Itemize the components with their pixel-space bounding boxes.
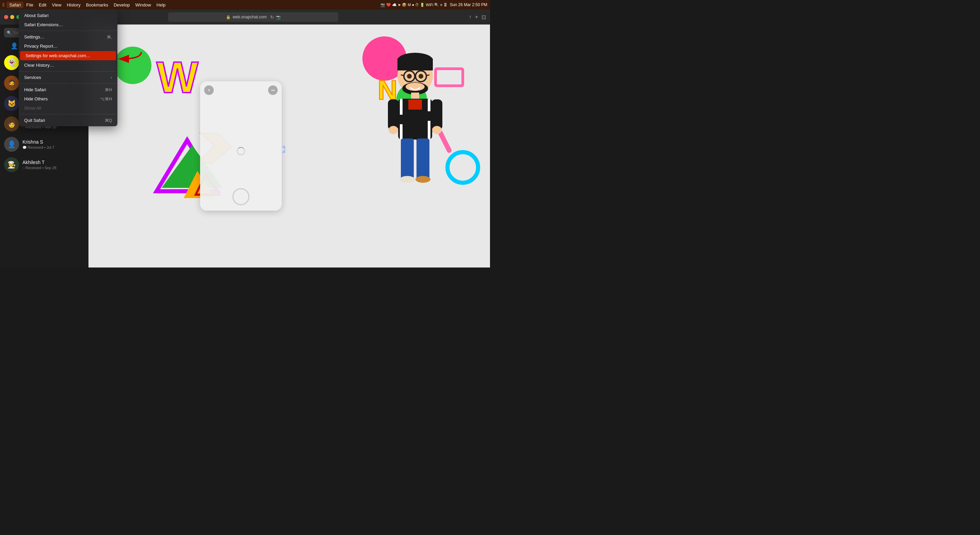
- menu-item-show-all[interactable]: Show All: [19, 103, 118, 113]
- menu-item-about-safari[interactable]: About Safari: [19, 11, 118, 20]
- snapchat-content: W N × •••: [89, 24, 490, 268]
- svg-rect-37: [417, 139, 430, 179]
- avatar-ashritha: 🐱: [4, 96, 19, 111]
- menubar-item-history[interactable]: History: [64, 2, 83, 8]
- received-label-krishna: Received: [27, 145, 43, 150]
- sidebar-icon-1[interactable]: 👤: [11, 42, 18, 50]
- modal-more-button[interactable]: •••: [268, 85, 278, 95]
- svg-rect-25: [411, 92, 419, 99]
- bitmoji-svg: [381, 52, 449, 195]
- chat-item-akhilesh[interactable]: 👨‍🍳 Akhilesh T □ Received • Sep 28: [0, 154, 89, 175]
- svg-point-35: [432, 126, 442, 134]
- search-icon: 🔍: [7, 30, 11, 35]
- menubar-item-help[interactable]: Help: [154, 2, 169, 8]
- svg-rect-14: [398, 59, 433, 70]
- menubar-item-bookmarks[interactable]: Bookmarks: [83, 2, 111, 8]
- capture-button[interactable]: [232, 188, 250, 205]
- hide-safari-label: Hide Safari: [24, 87, 105, 92]
- camera-icon[interactable]: 📷: [276, 15, 281, 19]
- menubar-right: 📷 ❤️ ☁️ ➤ 📦 M ● ⏱ 🔋 WiFi 🔍 ≡ 🎛 Sun 26 Ma…: [380, 2, 487, 7]
- url-display: web.snapchat.com: [233, 14, 267, 19]
- svg-point-38: [400, 176, 415, 183]
- avatar-krishna: 👤: [4, 137, 19, 152]
- reload-icon[interactable]: ↻: [270, 14, 274, 20]
- loading-spinner: [237, 147, 245, 155]
- privacy-report-label: Privacy Report…: [24, 43, 112, 49]
- chat-item-krishna[interactable]: 👤 Krishna S 💬 Received • Jul 7: [0, 134, 89, 154]
- snap-chat-modal: × •••: [200, 81, 282, 211]
- svg-rect-36: [401, 139, 414, 179]
- settings-shortcut: ⌘,: [107, 35, 112, 40]
- menu-item-quit-safari[interactable]: Quit Safari ⌘Q: [19, 116, 118, 125]
- menubar-icons: 📷 ❤️ ☁️ ➤ 📦 M ● ⏱ 🔋 WiFi 🔍 ≡ 🎛: [380, 3, 447, 7]
- hide-others-label: Hide Others: [24, 96, 100, 102]
- quit-safari-shortcut: ⌘Q: [105, 118, 112, 123]
- bitmoji-character: [368, 38, 463, 208]
- show-all-label: Show All: [24, 105, 112, 111]
- menubar-item-develop[interactable]: Develop: [111, 2, 133, 8]
- svg-point-0: [114, 47, 151, 84]
- menu-item-hide-others[interactable]: Hide Others ⌥⌘H: [19, 94, 118, 103]
- traffic-lights: [4, 15, 21, 19]
- menubar-item-window[interactable]: Window: [133, 2, 154, 8]
- modal-loading-area: [237, 87, 245, 188]
- svg-text:W: W: [156, 53, 198, 102]
- menubar-datetime: Sun 26 Mar 2:50 PM: [450, 2, 487, 7]
- menu-item-hide-safari[interactable]: Hide Safari ⌘H: [19, 85, 118, 94]
- avatar-team-snapchat: 👻: [4, 55, 19, 70]
- chat-info-krishna: Krishna S 💬 Received • Jul 7: [22, 139, 84, 150]
- clear-history-label: Clear History…: [24, 63, 112, 68]
- menu-item-safari-extensions[interactable]: Safari Extensions…: [19, 20, 118, 29]
- svg-line-19: [426, 75, 430, 76]
- address-bar[interactable]: 🔒 web.snapchat.com ↻ 📷: [168, 12, 338, 22]
- menu-item-services[interactable]: Services ›: [19, 73, 118, 82]
- settings-for-site-label: Settings for web.snapchat.com…: [25, 53, 111, 58]
- about-safari-label: About Safari: [24, 13, 112, 18]
- modal-close-button[interactable]: ×: [204, 85, 214, 95]
- chat-info-akhilesh: Akhilesh T □ Received • Sep 28: [22, 159, 84, 170]
- svg-point-39: [415, 176, 430, 183]
- close-button[interactable]: [4, 15, 8, 19]
- close-icon: ×: [208, 88, 210, 93]
- menubar-item-safari[interactable]: Safari: [6, 2, 24, 8]
- avatar-pushpak: 🧔: [4, 76, 19, 91]
- hide-safari-shortcut: ⌘H: [105, 88, 112, 92]
- services-label: Services: [24, 75, 111, 80]
- menu-item-settings-for-site[interactable]: Settings for web.snapchat.com…: [20, 51, 116, 60]
- chat-name-akhilesh: Akhilesh T: [22, 159, 84, 165]
- separator-4: [19, 114, 118, 115]
- hide-others-shortcut: ⌥⌘H: [100, 97, 112, 102]
- chat-name-krishna: Krishna S: [22, 139, 84, 145]
- menubar-items: Safari File Edit View History Bookmarks …: [6, 2, 380, 8]
- toolbar-actions: ↑ + ⊡: [469, 14, 486, 21]
- services-chevron: ›: [111, 75, 112, 80]
- svg-point-21: [418, 74, 423, 79]
- avatar-sbp: 🧑: [4, 116, 19, 131]
- avatar-akhilesh: 👨‍🍳: [4, 157, 19, 172]
- menu-item-privacy-report[interactable]: Privacy Report…: [19, 41, 118, 51]
- svg-point-34: [388, 126, 398, 134]
- svg-rect-29: [408, 99, 422, 110]
- menubar-item-view[interactable]: View: [49, 2, 64, 8]
- menubar:  Safari File Edit View History Bookmark…: [0, 0, 490, 10]
- separator-3: [19, 83, 118, 84]
- menubar-item-file[interactable]: File: [24, 2, 36, 8]
- menubar-item-edit[interactable]: Edit: [36, 2, 49, 8]
- apple-menu-icon[interactable]: : [3, 2, 5, 8]
- menu-item-clear-history[interactable]: Clear History…: [19, 61, 118, 70]
- svg-point-20: [407, 74, 412, 79]
- safari-dropdown-menu: About Safari Safari Extensions… Settings…: [19, 10, 118, 126]
- settings-label: Settings…: [24, 34, 107, 40]
- lock-icon: 🔒: [226, 15, 231, 19]
- menu-item-settings[interactable]: Settings… ⌘,: [19, 32, 118, 41]
- chat-sub-akhilesh: □ Received • Sep 28: [22, 166, 84, 170]
- safari-extensions-label: Safari Extensions…: [24, 22, 112, 27]
- sidebar-button[interactable]: ⊡: [482, 14, 486, 21]
- minimize-button[interactable]: [10, 15, 14, 19]
- received-label-akhilesh: Received: [25, 166, 41, 170]
- share-button[interactable]: ↑: [469, 14, 472, 20]
- new-tab-button[interactable]: +: [475, 14, 478, 20]
- quit-safari-label: Quit Safari: [24, 118, 105, 123]
- arrow-hint: [282, 146, 285, 153]
- separator-1: [19, 30, 118, 31]
